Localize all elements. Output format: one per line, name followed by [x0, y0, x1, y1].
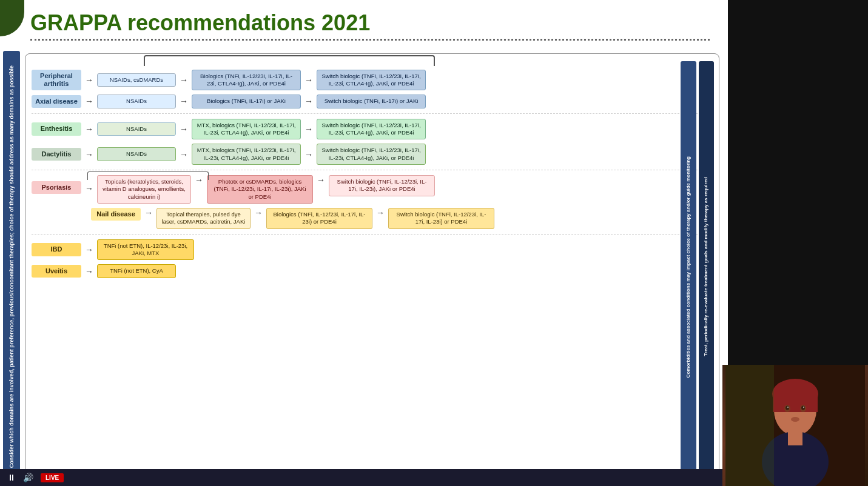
svg-point-13 — [803, 407, 804, 408]
slide-header: GRAPPA recommendations 2021 — [0, 0, 728, 48]
row-dactylitis: Dactylitis → NSAIDs → MTX, biologics (TN… — [32, 144, 713, 165]
right-bar-1: Comorbidities and associated conditions … — [681, 61, 696, 473]
step1-ibd: TNFi (not ETN), IL-12/23i, IL-23i, JAKi,… — [97, 239, 194, 261]
row-ibd: IBD → TNFi (not ETN), IL-12/23i, IL-23i,… — [32, 239, 713, 261]
step1-dactylitis: NSAIDs — [97, 147, 176, 161]
volume-button[interactable]: 🔊 — [23, 473, 33, 482]
svg-point-10 — [786, 406, 789, 410]
divider-1 — [32, 113, 713, 114]
left-bar-text: Consider which domains are involved, pat… — [6, 63, 18, 470]
step3-peripheral-arthritis: Switch biologic (TNFi, IL-12/23i, IL-17i… — [317, 70, 426, 91]
diagram-inner: Peripheral arthritis → NSAIDs, csDMARDs … — [25, 53, 719, 481]
domain-peripheral-arthritis: Peripheral arthritis — [32, 70, 81, 90]
arrow-6: → — [304, 96, 313, 106]
step3-enthesitis: Switch biologic (TNFi, IL-12/23i, IL-17i… — [317, 119, 426, 140]
person-silhouette — [725, 365, 865, 486]
step3-axial-disease: Switch biologic (TNFi, IL-17i) or JAKi — [317, 95, 426, 108]
dotted-divider — [30, 39, 710, 41]
svg-rect-6 — [725, 365, 774, 486]
divider-2 — [32, 170, 713, 170]
psoriasis-arc — [87, 171, 209, 180]
webcam-background — [722, 365, 868, 486]
slide-title: GRAPPA recommendations 2021 — [30, 11, 710, 35]
slide-container: GRAPPA recommendations 2021 Consider whi… — [0, 0, 728, 486]
step1-axial-disease: NSAIDs — [97, 95, 176, 108]
step1-enthesitis: NSAIDs — [97, 122, 176, 136]
right-bar-2-text: Treat, periodically re-evaluate treatmen… — [701, 175, 711, 358]
row-enthesitis: Enthesitis → NSAIDs → MTX, biologics (TN… — [32, 119, 713, 140]
svg-point-12 — [787, 407, 789, 408]
divider-3 — [32, 234, 713, 235]
diagram-area: Peripheral arthritis → NSAIDs, csDMARDs … — [22, 51, 722, 483]
svg-rect-5 — [788, 430, 802, 445]
arrow-8: → — [180, 124, 188, 134]
step1-uveitis: TNFi (not ETN), CyA — [97, 264, 176, 278]
step2-nail-disease: Biologics (TNFi, IL-12/23i, IL-17i, IL-2… — [266, 208, 372, 229]
arrow-5: → — [180, 96, 188, 106]
right-bar-2: Treat, periodically re-evaluate treatmen… — [699, 61, 715, 473]
step3-dactylitis: Switch biologic (TNFi, IL-12/23i, IL-17i… — [317, 144, 426, 165]
arrow-2: → — [180, 75, 188, 85]
svg-point-11 — [801, 406, 805, 410]
step3-nail-disease: Switch biologic (TNFi, IL-12/23i, IL-17i… — [388, 208, 494, 229]
right-panel — [728, 0, 868, 486]
bottom-bar: ⏸ 🔊 LIVE — [0, 469, 728, 486]
step2-enthesitis: MTX, biologics (TNFi, IL-12/23i, IL-17i,… — [192, 119, 301, 140]
arrow-12: → — [304, 150, 313, 159]
step2-dactylitis: MTX, biologics (TNFi, IL-12/23i, IL-17i,… — [192, 144, 301, 165]
arrow-11: → — [180, 150, 188, 159]
domain-dactylitis: Dactylitis — [32, 148, 81, 161]
domain-psoriasis: Psoriasis — [32, 181, 81, 194]
step2-psoriasis: Phototx or csDMARDs, biologics (TNFi, IL… — [207, 175, 313, 204]
arrow-9: → — [304, 124, 313, 134]
arrow-18: → — [254, 208, 263, 218]
arrow-21: → — [85, 267, 93, 276]
step2-axial-disease: Biologics (TNFi, IL-17i) or JAKi — [192, 95, 301, 108]
domain-uveitis: Uveitis — [32, 265, 81, 278]
step2-peripheral-arthritis: Biologics (TNFi, IL-12/23i, IL-17i, IL-2… — [192, 70, 301, 91]
webcam-feed — [722, 365, 868, 486]
slide-body: Consider which domains are involved, pat… — [0, 48, 728, 486]
row-peripheral-arthritis: Peripheral arthritis → NSAIDs, csDMARDs … — [32, 70, 713, 91]
arrow-19: → — [376, 208, 385, 218]
arrow-10: → — [85, 150, 93, 159]
arrow-1: → — [85, 75, 93, 85]
row-psoriasis: Psoriasis → Topicals (keratolytics, ster… — [32, 175, 713, 204]
left-label-bar: Consider which domains are involved, pat… — [3, 51, 20, 483]
row-nail-disease: Nail disease → Topical therapies, pulsed… — [32, 208, 713, 229]
row-axial-disease: Axial disease → NSAIDs → Biologics (TNFi… — [32, 95, 713, 108]
live-badge: LIVE — [41, 473, 64, 482]
step3-psoriasis: Switch biologic (TNFi, IL-12/23i, IL-17i… — [329, 175, 435, 196]
arrow-20: → — [85, 245, 93, 255]
arrow-4: → — [85, 96, 93, 106]
domain-nail-disease: Nail disease — [91, 208, 141, 221]
arrow-17: → — [144, 208, 153, 218]
header-circle — [0, 0, 24, 36]
pause-button[interactable]: ⏸ — [7, 473, 16, 482]
arrow-13: → — [85, 184, 93, 193]
step1-nail-disease: Topical therapies, pulsed dye laser, csD… — [156, 208, 251, 229]
row-uveitis: Uveitis → TNFi (not ETN), CyA — [32, 264, 713, 278]
step1-peripheral-arthritis: NSAIDs, csDMARDs — [97, 73, 176, 87]
svg-rect-3 — [773, 394, 818, 412]
top-connector-arc — [144, 55, 435, 66]
domain-enthesitis: Enthesitis — [32, 122, 81, 135]
right-bar-1-text: Comorbidities and associated conditions … — [684, 155, 693, 379]
right-side-bars: Comorbidities and associated conditions … — [681, 61, 714, 473]
domain-axial-disease: Axial disease — [32, 95, 81, 108]
arrow-3: → — [304, 75, 313, 85]
arrow-15: → — [317, 175, 325, 185]
svg-point-9 — [791, 417, 799, 422]
arrow-7: → — [85, 124, 93, 134]
domain-ibd: IBD — [32, 243, 81, 256]
